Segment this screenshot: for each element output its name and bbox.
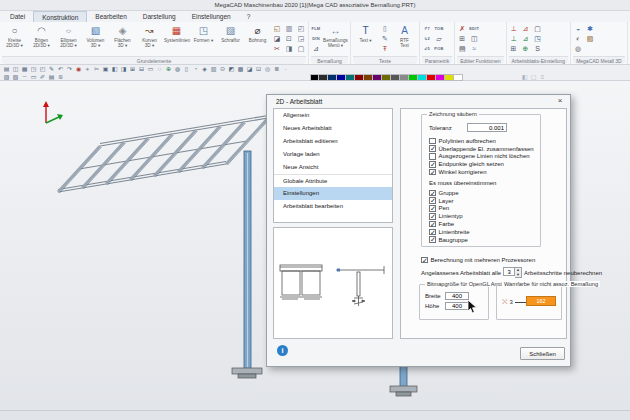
- palette-swatch[interactable]: [337, 74, 346, 81]
- checkbox-unchecked[interactable]: [429, 138, 436, 145]
- nav-item-einstellungen[interactable]: Einstellungen: [274, 187, 392, 200]
- ribbon-small-button[interactable]: ▯: [380, 24, 390, 33]
- nav-item-arbeitsblatt-bearbeiten[interactable]: Arbeitsblatt bearbeiten: [274, 200, 392, 213]
- palette-swatch[interactable]: [373, 74, 382, 81]
- menu-tab-einstellungen[interactable]: Einstellungen: [184, 11, 239, 22]
- ribbon-small-button[interactable]: ◱: [272, 24, 282, 33]
- toolbar-icon[interactable]: ≡: [538, 73, 547, 81]
- toolbar-icon[interactable]: ◌: [155, 65, 164, 73]
- ribbon-small-button[interactable]: ◪: [272, 34, 282, 43]
- menu-tab-bearbeiten[interactable]: Bearbeiten: [87, 11, 134, 22]
- toolbar-icon[interactable]: ⊡: [254, 65, 263, 73]
- palette-swatch[interactable]: [319, 74, 328, 81]
- toolbar-icon[interactable]: ◍: [173, 65, 182, 73]
- palette-swatch[interactable]: [391, 74, 400, 81]
- ribbon-small-button[interactable]: ◍: [573, 44, 583, 53]
- ribbon-small-button[interactable]: Ŧ: [380, 44, 390, 53]
- toolbar-icon[interactable]: ▦: [20, 65, 29, 73]
- ribbon-small-button[interactable]: ⊞: [457, 34, 467, 43]
- checkbox-checked[interactable]: ✓: [429, 145, 436, 152]
- ribbon-small-button[interactable]: ⊕: [521, 44, 531, 53]
- menu-tab-datei[interactable]: Datei: [2, 11, 33, 22]
- recalc-value-input[interactable]: [503, 267, 515, 276]
- toolbar-icon[interactable]: ◉: [74, 65, 83, 73]
- palette-swatch[interactable]: [436, 74, 445, 81]
- ribbon-small-button[interactable]: ⊿: [311, 44, 321, 53]
- ribbon-small-button[interactable]: ✗: [457, 24, 467, 33]
- checkbox-row-überlappende-el-zusammenfassen[interactable]: ✓Überlappende El. zusammenfassen: [429, 145, 534, 153]
- toolbar-icon[interactable]: ◎: [263, 65, 272, 73]
- ribbon-small-button[interactable]: ⊡: [284, 34, 294, 43]
- toolbar-icon[interactable]: ▭: [146, 65, 155, 73]
- ribbon-small-button[interactable]: ▥: [284, 24, 294, 33]
- toolbar-icon[interactable]: ✐: [38, 73, 47, 81]
- palette-swatch[interactable]: [355, 74, 364, 81]
- toolbar-icon[interactable]: ·: [281, 65, 290, 73]
- checkbox-row-linienbreite[interactable]: ✓Linienbreite: [429, 228, 470, 236]
- checkbox-row-baugruppe[interactable]: ✓Baugruppe: [429, 236, 470, 244]
- palette-swatch[interactable]: [382, 74, 391, 81]
- nav-item-globale-attribute[interactable]: Globale Attribute: [274, 174, 392, 187]
- checkbox-row-pen[interactable]: ✓Pen: [429, 205, 470, 213]
- ribbon-button-rtf[interactable]: ARTFText: [392, 23, 417, 48]
- toolbar-icon[interactable]: ⊞: [128, 65, 137, 73]
- menu-tab-darstellung[interactable]: Darstellung: [135, 11, 184, 22]
- ribbon-button-ellipsen[interactable]: ○Ellipsen2D/3D ▾: [56, 23, 81, 48]
- toolbar-icon[interactable]: ↷: [65, 65, 74, 73]
- checkbox-checked[interactable]: ✓: [429, 161, 436, 168]
- toolbar-icon[interactable]: ◧: [110, 65, 119, 73]
- toolbar-icon[interactable]: ▤: [47, 73, 56, 81]
- ribbon-small-button[interactable]: ⊥: [509, 24, 519, 33]
- nav-item-neue-ansicht[interactable]: Neue Ansicht: [274, 161, 392, 174]
- palette-swatch[interactable]: [427, 74, 436, 81]
- ribbon-small-button[interactable]: ◰: [296, 24, 306, 33]
- checkbox-checked[interactable]: ✓: [429, 221, 436, 228]
- ribbon-small-button[interactable]: ⊥: [509, 34, 519, 43]
- menu-tab-?[interactable]: ?: [239, 11, 259, 22]
- ribbon-button-kreise[interactable]: ○Kreise2D/3D ▾: [2, 23, 27, 48]
- warn-color-button[interactable]: 162: [526, 296, 556, 306]
- ribbon-small-button[interactable]: TOB: [434, 24, 444, 33]
- toolbar-icon[interactable]: ≣: [272, 65, 281, 73]
- toolbar-icon[interactable]: ▤: [2, 65, 11, 73]
- palette-swatch[interactable]: [364, 74, 373, 81]
- toolbar-icon[interactable]: ⊙: [218, 65, 227, 73]
- palette-swatch[interactable]: [409, 74, 418, 81]
- ribbon-small-button[interactable]: ≈: [469, 44, 479, 53]
- ribbon-small-button[interactable]: ▢: [533, 24, 543, 33]
- ribbon-small-button[interactable]: ↲5: [422, 44, 432, 53]
- toolbar-icon[interactable]: ▭: [29, 73, 38, 81]
- ribbon-small-button[interactable]: ▤: [457, 44, 467, 53]
- line-style-selector[interactable]: ⤬ 3: [502, 298, 528, 306]
- schliessen-button[interactable]: Schließen: [520, 347, 565, 360]
- checkbox-row-winkel-korrigieren[interactable]: ✓Winkel korrigieren: [429, 168, 534, 176]
- ribbon-small-button[interactable]: ⊿: [521, 24, 531, 33]
- checkbox-checked[interactable]: ✓: [429, 169, 436, 176]
- ribbon-button-bögen[interactable]: ◠Bögen2D/3D ▾: [29, 23, 54, 48]
- toolbar-icon[interactable]: ◨: [119, 65, 128, 73]
- toolbar-icon[interactable]: ≋: [56, 73, 65, 81]
- ribbon-small-button[interactable]: ⊿: [521, 34, 531, 43]
- palette-swatch[interactable]: [445, 74, 454, 81]
- nav-item-neues-arbeitsblatt[interactable]: Neues Arbeitsblatt: [274, 122, 392, 135]
- checkbox-checked[interactable]: ✓: [429, 229, 436, 236]
- checkbox-checked[interactable]: ✓: [429, 205, 436, 212]
- stepper-down-icon[interactable]: ▼: [515, 273, 521, 278]
- checkbox-row-endpunkte-gleich-setzen[interactable]: ✓Endpunkte gleich setzen: [429, 160, 534, 168]
- ribbon-small-button[interactable]: FLM: [311, 24, 321, 33]
- checkbox-row-ausgezogene-linien-nicht-löschen[interactable]: Ausgezogene Linien nicht löschen: [429, 153, 534, 161]
- toolbar-icon[interactable]: ⊟: [137, 65, 146, 73]
- toolbar-icon[interactable]: ▩: [236, 65, 245, 73]
- ribbon-small-button[interactable]: ◒: [573, 24, 583, 33]
- palette-swatch[interactable]: [346, 74, 355, 81]
- toolbar-icon[interactable]: ▧: [11, 73, 20, 81]
- toolbar-icon[interactable]: ◩: [227, 65, 236, 73]
- checkbox-row-berechnung-mit-mehreren-prozessoren[interactable]: ✓Berechnung mit mehreren Prozessoren: [421, 256, 535, 264]
- ribbon-small-button[interactable]: ▢: [296, 44, 306, 53]
- toolbar-icon[interactable]: ◪: [245, 65, 254, 73]
- ribbon-small-button[interactable]: ✎: [380, 34, 390, 43]
- ribbon-button-flächen[interactable]: ◈Flächen3D ▾: [110, 23, 135, 48]
- ribbon-button-text[interactable]: TText ▾: [353, 23, 378, 43]
- checkbox-row-linientyp[interactable]: ✓Linientyp: [429, 212, 470, 220]
- palette-swatch[interactable]: [310, 74, 319, 81]
